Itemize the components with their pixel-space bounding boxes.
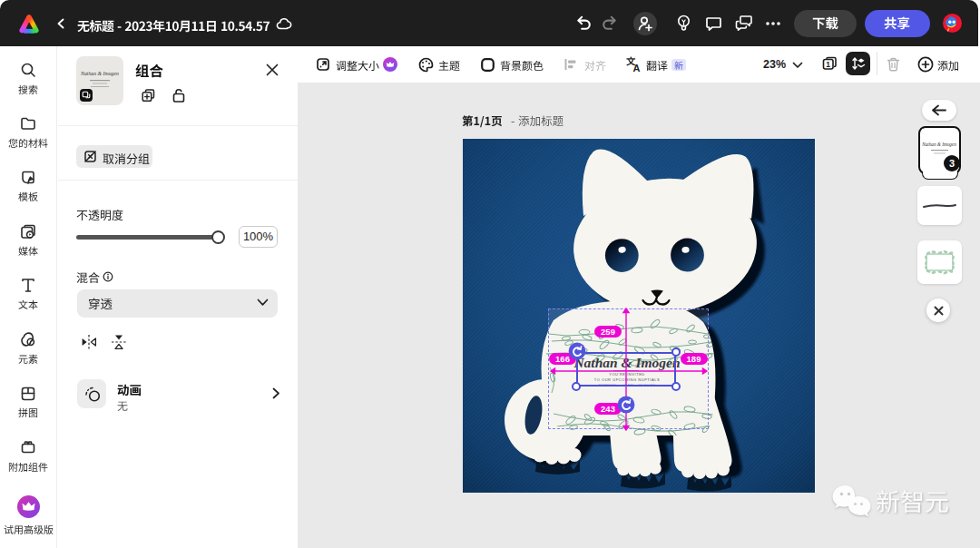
svg-text:Nathan & Imogen: Nathan & Imogen <box>921 142 956 147</box>
svg-text:A: A <box>633 63 641 73</box>
svg-text:1: 1 <box>826 60 830 69</box>
svg-text:Nathan & Imogen: Nathan & Imogen <box>80 71 119 76</box>
